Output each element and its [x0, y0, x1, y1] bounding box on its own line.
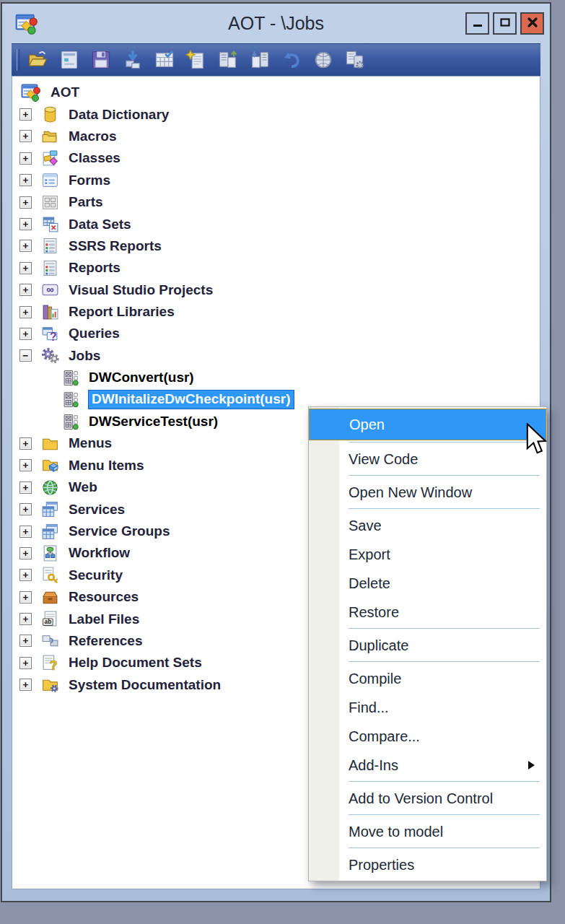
menu-item-open-new-window[interactable]: Open New Window [309, 478, 546, 507]
expand-toggle[interactable] [19, 635, 32, 647]
form-preview-button[interactable] [58, 49, 80, 71]
menu-item-duplicate[interactable]: Duplicate [309, 631, 546, 660]
tree-item-label: Menu Items [69, 458, 144, 474]
tree-item-label: References [69, 633, 142, 649]
expand-toggle[interactable] [19, 130, 32, 142]
menu-item-move-to-model[interactable]: Move to model [309, 817, 546, 846]
expand-toggle[interactable] [19, 679, 32, 691]
synchronize-button[interactable] [312, 49, 334, 71]
tree-item-dwconvert-usr[interactable]: DWConvert(usr) [12, 367, 540, 388]
expand-toggle[interactable] [19, 306, 32, 318]
open-button[interactable] [27, 49, 48, 71]
tree-item-label: Macros [69, 128, 117, 144]
tree-item-parts[interactable]: Parts [12, 191, 540, 213]
menu-item-label: Properties [349, 857, 414, 873]
titlebar[interactable]: AOT - \Jobs [2, 4, 550, 43]
menu-item-open[interactable]: Open [309, 409, 546, 440]
tree-item-label: Workflow [69, 545, 130, 561]
expand-toggle[interactable] [19, 108, 32, 121]
services-icon [41, 500, 59, 518]
tree-item-label: DWConvert(usr) [89, 370, 194, 385]
expand-toggle[interactable] [19, 437, 32, 450]
expand-toggle[interactable] [19, 262, 32, 274]
window-controls [465, 12, 544, 35]
menu-item-save[interactable]: Save [309, 511, 546, 540]
expand-toggle[interactable] [19, 503, 32, 515]
tree-item-label: Service Groups [69, 523, 170, 539]
tree-item-label: Jobs [69, 348, 100, 364]
tree-item-reports[interactable]: Reports [12, 257, 540, 279]
tree-item-label: Help Document Sets [69, 655, 202, 671]
job-icon [63, 370, 79, 386]
menu-item-add-ins[interactable]: Add-Ins [309, 751, 546, 780]
web-icon [41, 479, 59, 497]
menu-item-properties[interactable]: Properties [309, 850, 546, 879]
tree-item-label: DWServiceTest(usr) [89, 414, 218, 430]
tree-item-macros[interactable]: Macros [12, 126, 540, 147]
minimize-button[interactable] [465, 12, 489, 35]
close-icon [525, 15, 540, 32]
save-button[interactable] [90, 49, 112, 71]
menu-item-export[interactable]: Export [309, 540, 546, 569]
jobs-icon [41, 346, 59, 365]
job-icon [63, 391, 79, 408]
tree-item-aot[interactable]: AOT [12, 82, 540, 103]
tree-item-ssrs-reports[interactable]: SSRS Reports [12, 235, 540, 257]
expand-toggle[interactable] [19, 240, 32, 252]
expand-toggle[interactable] [19, 547, 32, 559]
tree-item-forms[interactable]: Forms [12, 170, 540, 191]
synchronize-icon [312, 61, 334, 73]
menu-item-compare[interactable]: Compare... [309, 722, 546, 751]
context-menu-items: OpenView CodeOpen New WindowSaveExportDe… [309, 409, 546, 879]
tree-item-report-libraries[interactable]: Report Libraries [12, 301, 540, 323]
new-button[interactable] [185, 49, 207, 71]
expand-toggle[interactable] [19, 152, 32, 165]
import-from-server-button[interactable] [249, 49, 271, 71]
tree-item-label: Resources [69, 589, 139, 605]
tree-item-label: Security [69, 567, 123, 583]
tree-item-jobs[interactable]: Jobs [12, 345, 540, 367]
export-to-server-button[interactable] [217, 49, 239, 71]
undo-button[interactable] [281, 49, 302, 71]
tree-item-label: Report Libraries [69, 304, 175, 320]
menu-item-label: Compile [349, 671, 401, 687]
queries-icon: ? [41, 325, 59, 343]
expand-toggle[interactable] [19, 196, 32, 209]
menu-item-compile[interactable]: Compile [309, 664, 546, 693]
menu-item-restore[interactable]: Restore [309, 598, 546, 627]
menu-item-delete[interactable]: Delete [309, 569, 546, 598]
import-icon [122, 61, 144, 73]
tree-item-data-sets[interactable]: Data Sets [12, 213, 540, 235]
toolbar-grip-handle[interactable] [17, 49, 19, 71]
close-button[interactable] [520, 12, 544, 35]
menu-item-add-to-version-control[interactable]: Add to Version Control [309, 784, 546, 813]
tree-item-queries[interactable]: ?Queries [12, 323, 540, 344]
tree-item-data-dictionary[interactable]: Data Dictionary [12, 103, 540, 125]
compile-button[interactable] [344, 49, 366, 71]
expand-toggle[interactable] [19, 657, 32, 669]
svg-text:ab: ab [45, 618, 52, 625]
tree-item-visual-studio-projects[interactable]: ∞Visual Studio Projects [12, 279, 540, 301]
table-browser-button[interactable] [154, 49, 175, 71]
expand-toggle[interactable] [19, 459, 32, 471]
maximize-button[interactable] [493, 12, 517, 35]
open-icon [27, 61, 48, 73]
import-button[interactable] [122, 49, 144, 71]
tree-item-classes[interactable]: Classes [12, 147, 540, 169]
report-libraries-icon [41, 303, 59, 321]
expand-toggle[interactable] [19, 591, 32, 603]
menu-item-view-code[interactable]: View Code [309, 445, 546, 474]
tree-item-label: Data Sets [69, 217, 131, 232]
expand-toggle[interactable] [19, 569, 32, 581]
expand-toggle[interactable] [19, 328, 32, 340]
expand-toggle[interactable] [19, 174, 32, 186]
desktop-background: AOT - \Jobs AOTData DictionaryMacrosClas… [0, 0, 565, 924]
expand-toggle[interactable] [19, 481, 32, 494]
collapse-toggle[interactable] [19, 349, 32, 362]
expand-toggle[interactable] [19, 284, 32, 296]
menu-item-label: Find... [349, 699, 389, 716]
expand-toggle[interactable] [19, 613, 32, 625]
expand-toggle[interactable] [19, 526, 32, 538]
menu-item-find[interactable]: Find... [309, 693, 546, 722]
expand-toggle[interactable] [19, 218, 32, 230]
